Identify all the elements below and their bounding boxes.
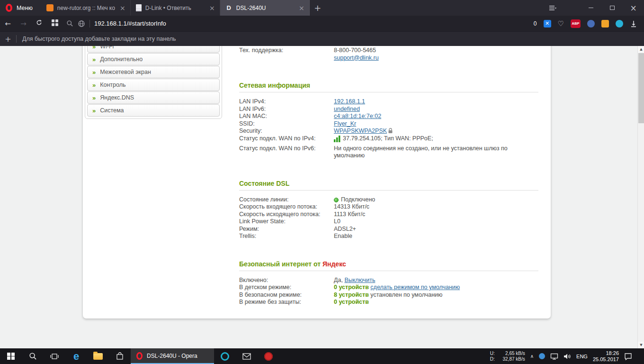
file-explorer-button[interactable] (87, 348, 109, 364)
download-speed: 32,87 kB/s (503, 356, 525, 362)
app-button-teal[interactable] (214, 348, 236, 364)
support-email-link[interactable]: support@dlink.ru (334, 55, 379, 61)
info-label: Link Power State: (239, 218, 334, 226)
info-label: LAN IPv6: (239, 106, 334, 113)
tab-close-icon[interactable]: × (298, 5, 305, 11)
sidebar-item-system[interactable]: » Система (87, 104, 220, 117)
downloads-icon[interactable] (630, 20, 637, 27)
tab-close-icon[interactable]: × (119, 5, 126, 11)
site-globe-icon (78, 20, 85, 27)
sidebar-item-wifi[interactable]: » Wi-Fi (87, 46, 220, 53)
no-protection-count: 0 устройств (334, 299, 369, 305)
tab-dsl-2640u-active[interactable]: D DSL-2640U × (220, 0, 310, 16)
dsl-line-state-row: Состояние линии: Подключено (239, 196, 538, 204)
teal-app-icon (221, 352, 229, 361)
section-title-network: Сетевая информация (239, 82, 538, 90)
adblock-plus-icon[interactable]: ABP (571, 19, 581, 28)
sidebar-item-firewall[interactable]: » Межсетевой экран (87, 66, 220, 78)
info-label: LAN MAC: (239, 113, 334, 120)
opera-logo-icon (136, 352, 143, 360)
taskbar-search-button[interactable] (22, 348, 44, 364)
sidebar-item-advanced[interactable]: » Дополнительно (87, 53, 220, 65)
add-bookmark-icon[interactable]: + (0, 35, 16, 44)
support-row: Тех. поддержка: 8-800-700-5465 support@d… (239, 47, 538, 62)
volume-icon[interactable] (564, 353, 571, 360)
yandex-child-mode-row: В детском режиме: 0 устройств сделать ре… (239, 284, 538, 291)
download-label: D: (490, 356, 495, 362)
tab-menu-icon[interactable] (542, 0, 563, 16)
scroll-down-icon[interactable]: ▼ (638, 342, 644, 348)
yandex-brand-text: Яндекс (322, 260, 346, 268)
info-row: Режим: ADSL2+ (239, 226, 538, 233)
start-button[interactable] (0, 348, 22, 364)
show-hidden-icons-button[interactable]: ∧ (530, 354, 534, 359)
extension-icon-blue[interactable] (587, 20, 595, 27)
lan-mac-link[interactable]: c4:a8:1d:1e:7e:02 (334, 113, 381, 119)
tab-rutor[interactable]: new-rutor.org :: Меч коро... × (41, 0, 131, 16)
opera-menu-button[interactable]: Меню (0, 0, 41, 16)
scroll-up-icon[interactable]: ▲ (638, 46, 644, 53)
support-label: Тех. поддержка: (239, 47, 334, 62)
taskbar-clock[interactable]: 18:26 25.05.2017 (593, 350, 619, 362)
blocker-badge-icon[interactable]: ✕ (544, 20, 551, 27)
info-label: В режиме без защиты: (239, 299, 334, 306)
page-scrollbar[interactable]: ▲ ▼ (637, 46, 644, 348)
forward-button[interactable]: → (16, 19, 31, 28)
opera-task-label: DSL-2640U - Opera (147, 353, 197, 359)
sidebar-item-label: Дополнительно (100, 56, 143, 63)
info-row: Security: WPAPSKWPA2PSK (239, 127, 538, 135)
mail-icon (242, 353, 251, 360)
task-view-icon (50, 353, 59, 360)
dsl-mode: ADSL2+ (334, 226, 356, 233)
new-tab-button[interactable]: + (310, 0, 326, 16)
section-divider (239, 92, 538, 92)
back-button[interactable]: ← (0, 19, 16, 28)
network-icon[interactable] (550, 353, 558, 360)
safe-mode-count: 8 устройств (334, 291, 369, 298)
language-indicator[interactable]: ENG (576, 354, 588, 359)
set-default-mode-link[interactable]: сделать режимом по умолчанию (370, 284, 460, 291)
extension-icon-orange[interactable] (601, 20, 609, 27)
lan-ipv6-link[interactable]: undefined (334, 106, 360, 112)
opera-logo-icon (6, 4, 12, 12)
sidebar-item-control[interactable]: » Контроль (87, 79, 220, 91)
address-bar: ← → 192.168.1.1/#start/storInfo 0 ✕ ♡ (0, 16, 644, 31)
security-link[interactable]: WPAPSKWPA2PSK (334, 127, 387, 134)
menu-arrow-icon: » (92, 56, 96, 63)
menu-arrow-icon: » (92, 94, 96, 101)
yandex-no-protection-row: В режиме без защиты: 0 устройств (239, 299, 538, 306)
bookmarks-bar: + Для быстрого доступа добавьте закладки… (0, 31, 644, 46)
opera-taskbar-button[interactable]: DSL-2640U - Opera (131, 348, 214, 364)
info-row: Trellis: Enable (239, 233, 538, 240)
address-field[interactable]: 192.168.1.1/#start/storInfo (63, 20, 527, 27)
reload-button[interactable] (31, 19, 47, 28)
tab-close-icon[interactable]: × (208, 5, 216, 11)
edge-button[interactable]: e (65, 348, 87, 364)
address-bar-actions: 0 ✕ ♡ ABP (527, 19, 644, 28)
extension-icon-teal[interactable] (616, 20, 623, 27)
scrollbar-thumb[interactable] (638, 53, 644, 123)
windows-logo-icon (7, 353, 15, 360)
app-button-red[interactable] (258, 348, 279, 364)
restore-window-button[interactable] (601, 0, 623, 16)
ssid-link[interactable]: Flyer_Kr (334, 120, 356, 127)
bookmark-heart-icon[interactable]: ♡ (558, 19, 564, 28)
address-input[interactable]: 192.168.1.1/#start/storInfo (94, 20, 166, 27)
tab-title: DSL-2640U (236, 5, 294, 11)
sidebar-item-yandex-dns[interactable]: » Яндекс.DNS (87, 91, 220, 104)
store-button[interactable] (109, 348, 131, 364)
disable-yandex-link[interactable]: Выключить (344, 277, 375, 283)
menu-arrow-icon: » (92, 46, 96, 50)
tray-app-icon[interactable] (539, 353, 545, 359)
task-view-button[interactable] (44, 348, 65, 364)
minimize-window-button[interactable] (580, 0, 601, 16)
section-title-dsl: Состояние DSL (239, 180, 538, 188)
sidebar-item-label: Яндекс.DNS (100, 94, 134, 101)
mail-button[interactable] (236, 348, 258, 364)
action-center-icon[interactable] (624, 353, 632, 360)
info-label: Состояние линии: (239, 196, 334, 204)
speed-dial-button[interactable] (47, 19, 63, 28)
tab-dlink-forum[interactable]: D-Link • Ответить × (131, 0, 220, 16)
lan-ipv4-link[interactable]: 192.168.1.1 (334, 98, 365, 105)
close-window-button[interactable]: × (623, 0, 644, 16)
